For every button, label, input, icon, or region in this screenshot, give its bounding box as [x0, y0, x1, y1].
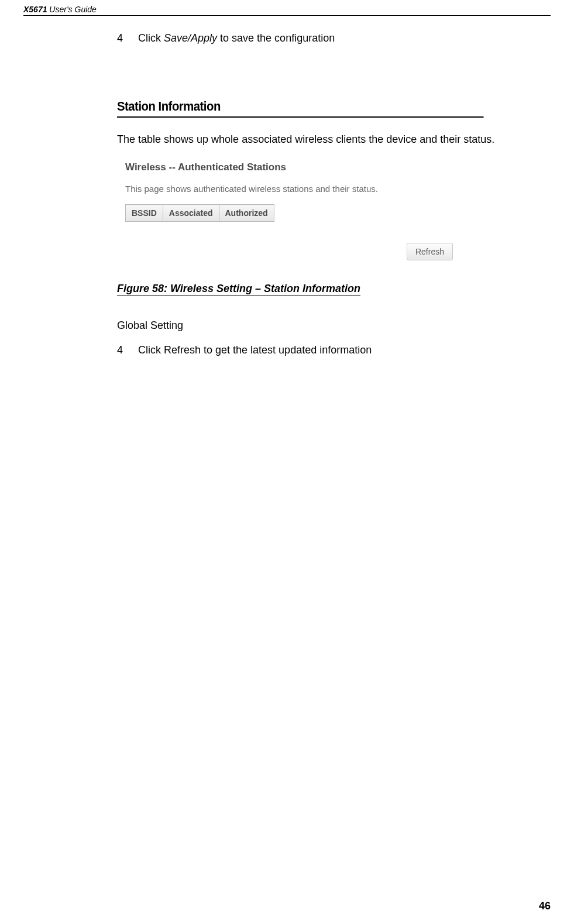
list-text: Click Save/Apply to save the configurati… [138, 30, 335, 46]
col-bssid: BSSID [126, 205, 163, 222]
screenshot-title: Wireless -- Authenticated Stations [125, 162, 453, 173]
col-authorized: Authorized [219, 205, 274, 222]
list-italic: Save/Apply [164, 32, 217, 44]
figure-caption: Figure 58: Wireless Setting – Station In… [117, 283, 360, 296]
screenshot-subtitle: This page shows authenticated wireless s… [125, 184, 453, 194]
embedded-screenshot: Wireless -- Authenticated Stations This … [125, 162, 453, 260]
list-suffix: to save the configuration [217, 32, 335, 44]
table-header-row: BSSID Associated Authorized [126, 205, 274, 222]
instruction-item: 4 Click Save/Apply to save the configura… [117, 30, 515, 46]
global-setting-label: Global Setting [117, 320, 515, 332]
page-number: 46 [539, 900, 551, 912]
stations-table: BSSID Associated Authorized [125, 204, 274, 222]
refresh-button[interactable]: Refresh [407, 243, 453, 260]
list-number: 4 [117, 30, 138, 46]
page-header: X5671 User's Guide [23, 0, 551, 16]
intro-paragraph: The table shows up whole associated wire… [117, 132, 515, 147]
list-number-2: 4 [117, 342, 138, 358]
list-prefix: Click [138, 32, 164, 44]
list-text-2: Click Refresh to get the latest updated … [138, 342, 372, 358]
instruction-item-2: 4 Click Refresh to get the latest update… [117, 342, 515, 358]
header-suffix: User's Guide [47, 5, 96, 14]
header-model: X5671 [23, 5, 47, 14]
col-associated: Associated [163, 205, 219, 222]
section-heading: Station Information [117, 99, 484, 118]
